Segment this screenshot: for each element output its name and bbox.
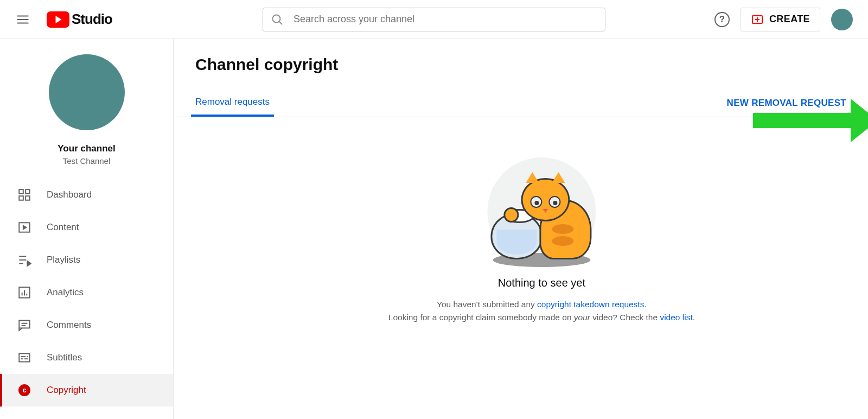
empty-title: Nothing to see yet xyxy=(368,277,715,289)
search-input[interactable] xyxy=(293,14,597,25)
svg-marker-12 xyxy=(27,261,31,266)
channel-avatar[interactable] xyxy=(49,54,125,130)
playlists-icon xyxy=(17,253,31,267)
empty-state: Nothing to see yet You haven't submitted… xyxy=(368,157,715,324)
search-icon xyxy=(271,13,284,26)
video-list-link[interactable]: video list xyxy=(660,313,692,322)
copyright-takedown-link[interactable]: copyright takedown requests xyxy=(537,300,644,309)
sidebar: Your channel Test Channel Dashboard Cont… xyxy=(0,39,174,419)
main-content: Channel copyright Removal requests NEW R… xyxy=(174,39,868,419)
svg-rect-4 xyxy=(25,189,30,194)
sidebar-item-playlists[interactable]: Playlists xyxy=(0,244,173,276)
empty-line-1: You haven't submitted any copyright take… xyxy=(368,298,715,311)
avatar[interactable] xyxy=(831,9,853,30)
channel-title: Your channel xyxy=(0,143,173,154)
sidebar-item-subtitles[interactable]: Subtitles xyxy=(0,341,173,374)
subtitles-icon xyxy=(17,351,31,365)
empty-line-2: Looking for a copyright claim somebody m… xyxy=(368,311,715,324)
sidebar-item-label: Copyright xyxy=(47,385,86,396)
svg-rect-20 xyxy=(19,353,30,361)
create-icon xyxy=(751,13,764,26)
sidebar-item-label: Comments xyxy=(47,320,91,331)
svg-rect-6 xyxy=(25,196,30,200)
svg-point-0 xyxy=(273,15,280,22)
channel-name: Test Channel xyxy=(0,156,173,166)
copyright-icon: c xyxy=(17,383,31,397)
search-box[interactable] xyxy=(263,8,605,31)
sidebar-item-label: Analytics xyxy=(47,287,84,298)
empty-illustration-icon xyxy=(487,157,596,266)
svg-line-1 xyxy=(279,21,283,24)
create-button[interactable]: CREATE xyxy=(741,8,820,31)
header-right: ? CREATE xyxy=(714,8,853,31)
svg-rect-17 xyxy=(19,320,30,328)
sidebar-item-label: Dashboard xyxy=(47,189,92,200)
sidebar-item-dashboard[interactable]: Dashboard xyxy=(0,179,173,211)
sidebar-item-label: Content xyxy=(47,222,79,233)
sidebar-item-label: Playlists xyxy=(47,255,80,265)
menu-icon[interactable] xyxy=(10,7,36,33)
logo[interactable]: Studio xyxy=(47,11,112,28)
comments-icon xyxy=(17,318,31,332)
help-icon[interactable]: ? xyxy=(714,12,730,27)
header: Studio ? CREATE xyxy=(0,0,868,39)
dashboard-icon xyxy=(17,188,31,202)
sidebar-item-analytics[interactable]: Analytics xyxy=(0,276,173,309)
sidebar-item-comments[interactable]: Comments xyxy=(0,309,173,341)
svg-rect-3 xyxy=(19,189,23,194)
sidebar-item-content[interactable]: Content xyxy=(0,211,173,244)
tab-row: Removal requests NEW REMOVAL REQUEST xyxy=(174,89,868,117)
analytics-icon xyxy=(17,285,31,300)
sidebar-item-label: Subtitles xyxy=(47,352,82,363)
sidebar-item-copyright[interactable]: c Copyright xyxy=(0,374,173,407)
new-removal-request-button[interactable]: NEW REMOVAL REQUEST xyxy=(727,98,846,109)
layout: Your channel Test Channel Dashboard Cont… xyxy=(0,39,868,419)
search-container xyxy=(263,8,605,31)
youtube-play-icon xyxy=(47,11,69,28)
svg-rect-5 xyxy=(19,196,23,200)
tab-removal-requests[interactable]: Removal requests xyxy=(191,89,274,117)
content-icon xyxy=(17,220,31,234)
create-label: CREATE xyxy=(769,14,810,25)
svg-marker-8 xyxy=(23,226,26,230)
logo-word: Studio xyxy=(72,11,112,28)
page-title: Channel copyright xyxy=(174,39,868,74)
